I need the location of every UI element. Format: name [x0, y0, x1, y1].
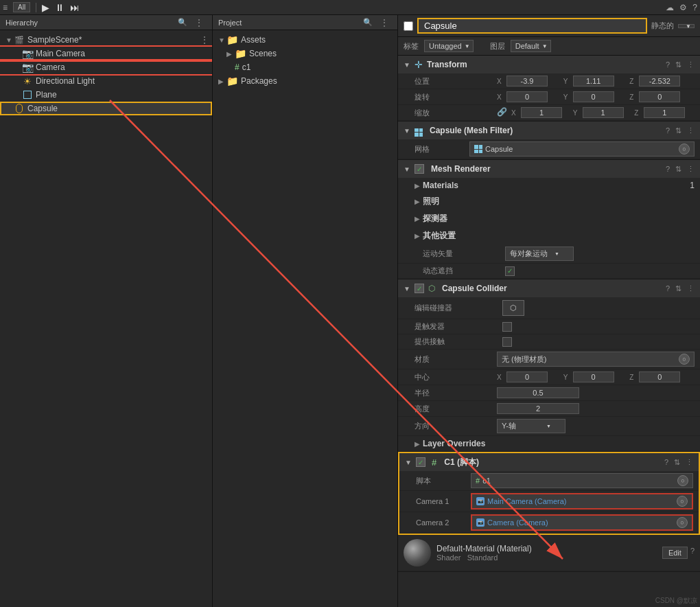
hierarchy-item-plane[interactable]: Plane	[0, 88, 212, 102]
hierarchy-search-icon[interactable]: 🔍	[178, 18, 187, 27]
camera1-select[interactable]: ○	[677, 496, 688, 507]
play-icon[interactable]: ▶	[42, 2, 49, 13]
direction-dropdown[interactable]: Y-轴	[497, 419, 565, 433]
provide-checkbox[interactable]	[502, 337, 512, 347]
layer-dropdown[interactable]: Default	[511, 40, 551, 52]
mesh-renderer-checkbox[interactable]: ✓	[415, 164, 424, 174]
scene-menu-icon[interactable]: ⋮	[197, 34, 212, 45]
hierarchy-item-capsule[interactable]: Capsule	[0, 102, 212, 115]
assets-folder-icon: 📁	[226, 34, 238, 45]
scene-icon: 🎬	[14, 34, 25, 45]
height-input[interactable]	[497, 403, 579, 414]
center-x-input[interactable]	[506, 371, 548, 382]
trigger-checkbox[interactable]	[502, 322, 512, 332]
settings-icon[interactable]: ⚙	[679, 3, 687, 12]
step-icon[interactable]: ⏭	[70, 2, 80, 13]
pause-icon[interactable]: ⏸	[55, 2, 65, 13]
edit-collider-btn[interactable]: ⬡	[502, 300, 524, 316]
transform-settings[interactable]: ⇅	[675, 60, 681, 69]
script-help[interactable]: ?	[664, 458, 668, 467]
scale-y-input[interactable]	[583, 107, 624, 118]
camera2-ref-box[interactable]: 📷 Camera (Camera) ○	[471, 514, 693, 531]
provide-contact-row: 提供接触	[398, 334, 700, 350]
hierarchy-item-camera[interactable]: 📷 Camera	[0, 60, 212, 74]
material-help[interactable]: ?	[690, 547, 695, 559]
collider-menu[interactable]: ⋮	[687, 284, 695, 293]
project-menu-icon[interactable]: ⋮	[377, 17, 392, 28]
script-file-select[interactable]: ○	[677, 475, 688, 486]
tag-dropdown[interactable]: Untagged	[424, 40, 474, 52]
transform-help[interactable]: ?	[666, 60, 670, 69]
project-search-icon[interactable]: 🔍	[363, 18, 373, 27]
camera2-select[interactable]: ○	[677, 517, 688, 528]
motion-row: 运动矢量 每对象运动	[398, 244, 700, 264]
hierarchy-item-directional-light[interactable]: ☀ Directional Light	[0, 74, 212, 88]
object-active-checkbox[interactable]	[404, 21, 413, 31]
c1-script-item[interactable]: # c1	[213, 60, 397, 74]
trigger-label: 是触发器	[415, 321, 497, 332]
center-xyz: X Y Z	[497, 371, 695, 382]
rot-x-input[interactable]	[506, 91, 548, 102]
menu-icon[interactable]: ≡	[3, 3, 8, 12]
assets-folder[interactable]: ▼ 📁 Assets	[213, 33, 397, 47]
layer-overrides-subsection[interactable]: ▶ Layer Overrides	[398, 436, 700, 451]
radius-input[interactable]	[497, 387, 579, 398]
probes-subsection[interactable]: ▶ 探测器	[398, 210, 700, 227]
dynamic-checkbox[interactable]: ✓	[505, 266, 515, 276]
pos-y-input[interactable]	[573, 76, 614, 87]
collider-settings[interactable]: ⇅	[675, 284, 681, 293]
mesh-renderer-menu[interactable]: ⋮	[687, 165, 695, 174]
camera1-ref-box[interactable]: 📷 Main Camera (Camera) ○	[471, 493, 693, 509]
inspector-panel: Capsule 静态的 标签 Untagged 图层 Default ▼ ✛ T…	[398, 15, 700, 607]
cloud-icon[interactable]: ☁	[666, 3, 674, 12]
rot-z-input[interactable]	[639, 91, 680, 102]
scale-x-input[interactable]	[521, 107, 562, 118]
material-edit-btn[interactable]: Edit	[662, 547, 688, 559]
pos-x-input[interactable]	[506, 76, 548, 87]
transform-header[interactable]: ▼ ✛ Transform ? ⇅ ⋮	[398, 56, 700, 73]
hierarchy-item-main-camera[interactable]: 📷 Main Camera	[0, 47, 212, 60]
scale-link-icon: 🔗	[497, 107, 507, 118]
scenes-folder[interactable]: ▶ 📁 Scenes	[213, 47, 397, 60]
mesh-renderer-header[interactable]: ▼ ✓ Mesh Renderer ? ⇅ ⋮	[398, 160, 700, 178]
rot-y-input[interactable]	[573, 91, 614, 102]
capsule-icon	[14, 103, 25, 114]
mesh-filter-header[interactable]: ▼ Capsule (Mesh Filter) ? ⇅ ⋮	[398, 122, 700, 139]
mesh-value-box[interactable]: Capsule ○	[469, 141, 695, 157]
script-checkbox[interactable]: ✓	[416, 457, 425, 467]
lighting-subsection[interactable]: ▶ 照明	[398, 193, 700, 210]
collider-help[interactable]: ?	[666, 284, 670, 293]
mesh-filter-menu[interactable]: ⋮	[687, 126, 695, 135]
mesh-filter-settings[interactable]: ⇅	[675, 126, 681, 135]
collider-material-select[interactable]: ○	[679, 354, 690, 365]
mesh-filter-help[interactable]: ?	[666, 126, 670, 135]
capsule-collider-header[interactable]: ▼ ✓ ⬡ Capsule Collider ? ⇅ ⋮	[398, 279, 700, 297]
mesh-renderer-help[interactable]: ?	[666, 165, 670, 174]
mesh-renderer-settings[interactable]: ⇅	[675, 165, 681, 174]
materials-subsection[interactable]: ▶ Materials 1	[398, 178, 700, 193]
static-dropdown[interactable]	[678, 24, 695, 28]
motion-dropdown[interactable]: 每对象运动	[505, 247, 574, 261]
help-icon[interactable]: ?	[692, 3, 697, 12]
camera1-ref-name: 📷 Main Camera (Camera)	[476, 497, 567, 505]
scene-root-item[interactable]: ▼ 🎬 SampleScene* ⋮	[0, 33, 212, 47]
hierarchy-menu-icon[interactable]: ⋮	[191, 17, 207, 28]
script-header[interactable]: ▼ ✓ # C1 (脚本) ? ⇅ ⋮	[399, 453, 699, 471]
pos-z-input[interactable]	[639, 76, 680, 87]
directional-light-label: Directional Light	[36, 76, 95, 86]
toolbar-all-btn[interactable]: All	[13, 2, 30, 12]
center-z-input[interactable]	[639, 371, 680, 382]
capsule-collider-checkbox[interactable]: ✓	[415, 284, 424, 293]
other-settings-subsection[interactable]: ▶ 其他设置	[398, 227, 700, 244]
scene-name: SampleScene*	[27, 35, 82, 45]
script-settings[interactable]: ⇅	[674, 458, 680, 467]
script-menu[interactable]: ⋮	[686, 458, 693, 467]
transform-menu[interactable]: ⋮	[687, 60, 695, 69]
collider-material-box[interactable]: 无 (物理材质) ○	[497, 352, 695, 367]
object-name-box[interactable]: Capsule	[417, 18, 647, 34]
packages-folder[interactable]: ▶ 📁 Packages	[213, 74, 397, 88]
scale-z-input[interactable]	[644, 107, 685, 118]
mesh-select-btn[interactable]: ○	[679, 144, 690, 154]
center-y-input[interactable]	[573, 371, 614, 382]
camera-icon-2: 📷	[22, 62, 33, 73]
